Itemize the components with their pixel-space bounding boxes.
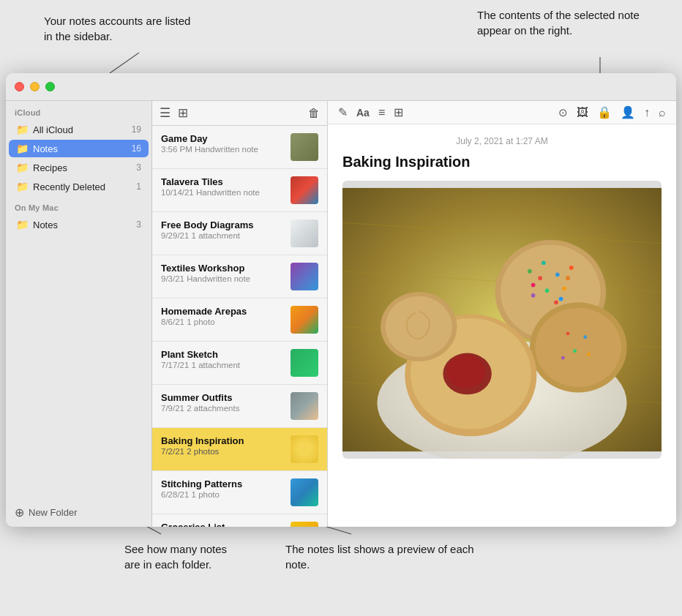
- note-item-talavera[interactable]: Talavera Tiles 10/14/21 Handwritten note: [152, 169, 327, 212]
- list-view-icon[interactable]: ☰: [160, 105, 170, 121]
- folder-icon: 📁: [16, 143, 29, 154]
- note-item-freebody-text: Free Body Diagrams 9/29/21 1 attachment: [161, 219, 285, 240]
- note-meta: 7/2/21 2 photos: [161, 447, 285, 456]
- note-item-stitching[interactable]: Stitching Patterns 6/28/21 1 photo: [152, 471, 327, 514]
- new-folder-button[interactable]: ⊕ New Folder: [6, 498, 151, 527]
- note-item-outfits[interactable]: Summer Outfits 7/9/21 2 attachments: [152, 385, 327, 428]
- search-icon[interactable]: ⌕: [659, 106, 666, 119]
- note-meta: 7/17/21 1 attachment: [161, 361, 285, 369]
- svg-point-13: [555, 273, 560, 277]
- note-image: [342, 181, 662, 459]
- sidebar-item-recipes[interactable]: 📁 Recipes 3: [9, 159, 149, 176]
- svg-point-22: [569, 266, 574, 270]
- media-icon[interactable]: 🖼: [577, 106, 588, 119]
- sidebar-item-notes[interactable]: 📁 Notes 16: [9, 140, 149, 157]
- folder-icon: 📁: [16, 219, 29, 230]
- lock-icon[interactable]: 🔒: [597, 105, 612, 119]
- note-item-arepas[interactable]: Homemade Arepas 8/6/21 1 photo: [152, 298, 327, 342]
- svg-point-26: [566, 332, 570, 336]
- note-item-freebody[interactable]: Free Body Diagrams 9/29/21 1 attachment: [152, 212, 327, 255]
- note-meta: 8/6/21 1 photo: [161, 318, 285, 326]
- note-date: July 2, 2021 at 1:27 AM: [342, 136, 662, 146]
- note-thumb-textiles: [291, 263, 318, 290]
- collaboration-icon[interactable]: ⊙: [558, 106, 568, 119]
- edit-icon[interactable]: ✎: [338, 105, 348, 119]
- share-icon[interactable]: ↑: [644, 106, 650, 119]
- svg-point-20: [531, 283, 536, 288]
- note-item-baking[interactable]: Baking Inspiration 7/2/21 2 photos: [152, 428, 327, 471]
- note-title: Homemade Arepas: [161, 306, 285, 317]
- table-icon[interactable]: ⊞: [394, 105, 403, 119]
- sidebar-item-mac-notes-count: 3: [136, 219, 141, 230]
- svg-point-16: [531, 293, 536, 298]
- sidebar-item-all-icloud-count: 19: [132, 124, 141, 135]
- folder-icon: 📁: [16, 162, 29, 173]
- minimize-button[interactable]: [30, 82, 40, 91]
- note-title: Summer Outfits: [161, 392, 285, 403]
- annotation-bottom-right: The notes list shows a preview of each n…: [285, 541, 476, 572]
- note-item-outfits-text: Summer Outfits 7/9/21 2 attachments: [161, 392, 285, 413]
- svg-point-15: [562, 287, 566, 291]
- svg-point-36: [386, 296, 452, 357]
- note-item-plant[interactable]: Plant Sketch 7/17/21 1 attachment: [152, 342, 327, 385]
- note-item-talavera-text: Talavera Tiles 10/14/21 Handwritten note: [161, 176, 285, 197]
- note-item-groceries[interactable]: Groceries List 6/25/21 🌤 Bananas: [152, 514, 327, 527]
- titlebar: [6, 73, 676, 101]
- note-item-arepas-text: Homemade Arepas 8/6/21 1 photo: [161, 306, 285, 326]
- note-item-textiles-text: Textiles Workshop 9/3/21 Handwritten not…: [161, 263, 285, 283]
- grid-view-icon[interactable]: ⊞: [178, 105, 188, 121]
- svg-point-17: [554, 300, 558, 304]
- sidebar-item-all-icloud-label: All iCloud: [33, 124, 132, 135]
- trash-icon[interactable]: 🗑: [308, 107, 320, 120]
- sidebar-item-mac-notes[interactable]: 📁 Notes 3: [9, 216, 149, 233]
- note-item-gameday[interactable]: Game Day 3:56 PM Handwritten note: [152, 126, 327, 169]
- maximize-button[interactable]: [45, 82, 55, 91]
- checklist-icon[interactable]: ≡: [378, 106, 385, 119]
- content-area[interactable]: July 2, 2021 at 1:27 AM Baking Inspirati…: [328, 124, 676, 527]
- sidebar-item-recipes-label: Recipes: [33, 162, 136, 173]
- note-thumb-baking: [291, 435, 318, 463]
- folder-icon: 📁: [16, 181, 29, 192]
- note-item-gameday-text: Game Day 3:56 PM Handwritten note: [161, 133, 285, 154]
- sidebar-item-recently-deleted[interactable]: 📁 Recently Deleted 1: [9, 178, 149, 195]
- svg-point-30: [561, 356, 565, 360]
- svg-point-18: [542, 260, 546, 265]
- note-meta: 10/14/21 Handwritten note: [161, 188, 285, 197]
- note-item-plant-text: Plant Sketch 7/17/21 1 attachment: [161, 349, 285, 369]
- svg-point-28: [573, 349, 577, 353]
- new-folder-label: New Folder: [29, 507, 77, 518]
- close-button[interactable]: [15, 82, 24, 91]
- note-thumb-body: [291, 219, 318, 247]
- notes-scroll[interactable]: Game Day 3:56 PM Handwritten note Talave…: [152, 126, 327, 527]
- note-thumb-stitching: [291, 478, 318, 506]
- note-thumb-gameday: [291, 133, 318, 161]
- sidebar-item-recently-deleted-count: 1: [136, 181, 141, 192]
- note-title: Talavera Tiles: [161, 176, 285, 187]
- note-title: Stitching Patterns: [161, 478, 285, 489]
- sidebar-item-mac-notes-label: Notes: [33, 219, 136, 230]
- window-content: iCloud 📁 All iCloud 19 📁 Notes 16 📁 Reci…: [6, 101, 676, 527]
- note-item-stitching-text: Stitching Patterns 6/28/21 1 photo: [161, 478, 285, 499]
- annotation-top-right: The contents of the selected note appear…: [477, 7, 645, 38]
- svg-point-12: [538, 276, 542, 280]
- note-item-baking-text: Baking Inspiration 7/2/21 2 photos: [161, 435, 285, 456]
- format-text-icon[interactable]: Aa: [356, 107, 370, 119]
- svg-point-34: [446, 355, 485, 388]
- svg-point-29: [587, 353, 591, 356]
- sidebar-item-all-icloud[interactable]: 📁 All iCloud 19: [9, 121, 149, 138]
- traffic-lights: [15, 82, 55, 91]
- sidebar-item-notes-label: Notes: [33, 143, 132, 154]
- sidebar-section-icloud: iCloud: [6, 101, 151, 120]
- annotation-bottom-left: See how many notes are in each folder.: [124, 541, 241, 572]
- note-thumb-groceries: [291, 522, 318, 527]
- svg-point-23: [528, 269, 532, 274]
- svg-point-19: [566, 276, 570, 280]
- folder-icon: 📁: [16, 124, 29, 135]
- note-title: Free Body Diagrams: [161, 219, 285, 230]
- note-title: Textiles Workshop: [161, 263, 285, 274]
- note-list-toolbar: ☰ ⊞ 🗑: [152, 101, 327, 126]
- note-item-textiles[interactable]: Textiles Workshop 9/3/21 Handwritten not…: [152, 255, 327, 298]
- user-icon[interactable]: 👤: [621, 105, 635, 119]
- svg-line-0: [110, 53, 139, 73]
- svg-point-21: [559, 297, 563, 301]
